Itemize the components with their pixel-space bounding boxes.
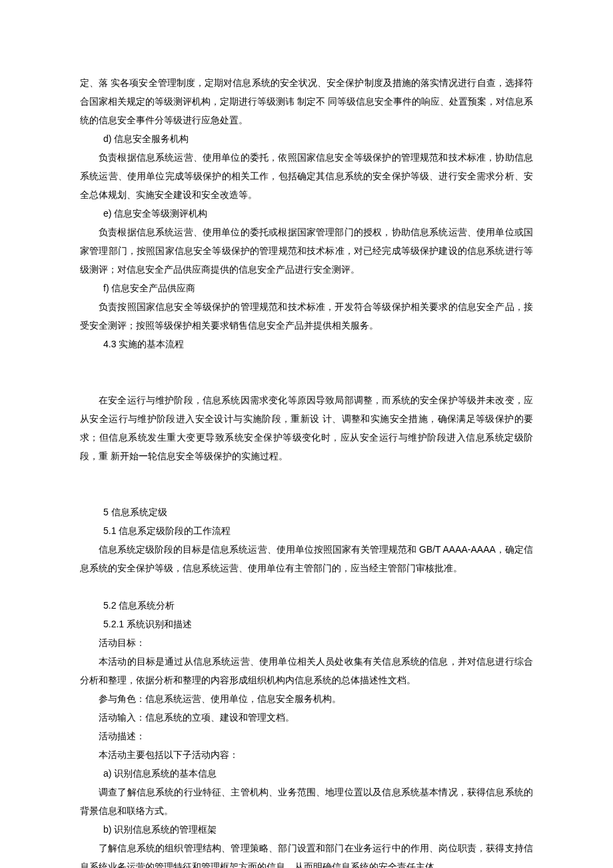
section-5-2-heading: 5.2 信息系统分析 bbox=[80, 596, 533, 615]
sub-item-a-body: 调查了解信息系统的行业特征、主管机构、业务范围、地理位置以及信息系统基本情况，获… bbox=[80, 783, 533, 820]
activity-goal-body: 本活动的目标是通过从信息系统运营、使用单位相关人员处收集有关信息系统的信息，并对… bbox=[80, 652, 533, 689]
activity-input: 活动输入：信息系统的立项、建设和管理文档。 bbox=[80, 708, 533, 727]
blank-space bbox=[80, 577, 533, 596]
document-page: 定、落 实各项安全管理制度，定期对信息系统的安全状况、安全保护制度及措施的落实情… bbox=[0, 0, 613, 868]
paragraph-continuation: 定、落 实各项安全管理制度，定期对信息系统的安全状况、安全保护制度及措施的落实情… bbox=[80, 73, 533, 129]
list-item-f-label: f) 信息安全产品供应商 bbox=[80, 279, 533, 297]
list-item-d-body: 负责根据信息系统运营、使用单位的委托，依照国家信息安全等级保护的管理规范和技术标… bbox=[80, 148, 533, 204]
section-5-2-1-heading: 5.2.1 系统识别和描述 bbox=[80, 615, 533, 633]
section-5-1-heading: 5.1 信息系定级阶段的工作流程 bbox=[80, 521, 533, 540]
activity-desc-label: 活动描述： bbox=[80, 727, 533, 745]
blank-space bbox=[80, 465, 533, 503]
section-5-1-body: 信息系统定级阶段的目标是信息系统运营、使用单位按照国家有关管理规范和 GB/T … bbox=[80, 540, 533, 577]
list-item-d-label: d) 信息安全服务机构 bbox=[80, 129, 533, 148]
sub-item-b-label: b) 识别信息系统的管理框架 bbox=[80, 820, 533, 839]
sub-item-a-label: a) 识别信息系统的基本信息 bbox=[80, 764, 533, 783]
list-item-f-body: 负责按照国家信息安全等级保护的管理规范和技术标准，开发符合等级保护相关要求的信息… bbox=[80, 297, 533, 335]
activity-role: 参与角色：信息系统运营、使用单位，信息安全服务机构。 bbox=[80, 689, 533, 708]
list-item-e-label: e) 信息安全等级测评机构 bbox=[80, 204, 533, 223]
activity-desc-body: 本活动主要包括以下子活动内容： bbox=[80, 745, 533, 764]
section-4-3-body: 在安全运行与维护阶段，信息系统因需求变化等原因导致局部调整，而系统的安全保护等级… bbox=[80, 391, 533, 465]
section-4-3-heading: 4.3 实施的基本流程 bbox=[80, 335, 533, 353]
list-item-e-body: 负责根据信息系统运营、使用单位的委托或根据国家管理部门的授权，协助信息系统运营、… bbox=[80, 223, 533, 279]
section-5-heading: 5 信息系统定级 bbox=[80, 503, 533, 521]
sub-item-b-body: 了解信息系统的组织管理结构、管理策略、部门设置和部门在业务运行中的作用、岗位职责… bbox=[80, 839, 533, 868]
blank-space bbox=[80, 353, 533, 391]
activity-goal-label: 活动目标： bbox=[80, 633, 533, 652]
